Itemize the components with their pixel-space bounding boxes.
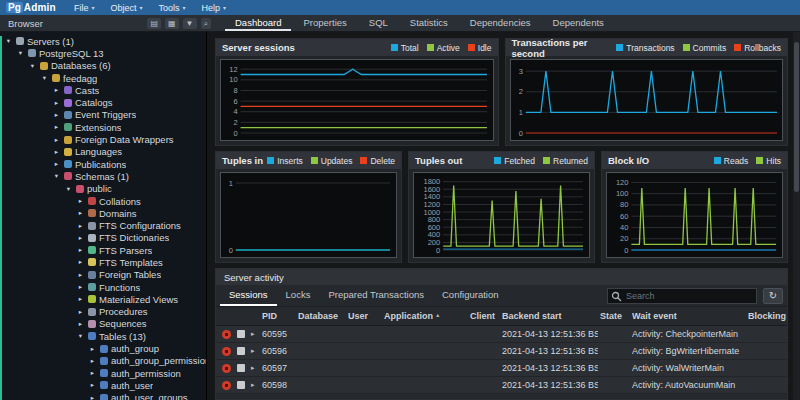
activity-tab-locks[interactable]: Locks: [277, 285, 320, 306]
tree-item-auth-group-permissions[interactable]: ▸auth_group_permissions: [0, 355, 206, 367]
tree-item-domains[interactable]: ▸Domains: [0, 207, 206, 219]
chevron-expanded-icon[interactable]: ▾: [40, 74, 49, 82]
chevron-collapsed-icon[interactable]: ▸: [88, 369, 97, 377]
chevron-expanded-icon[interactable]: ▾: [28, 62, 37, 70]
chevron-collapsed-icon[interactable]: ▸: [76, 234, 85, 242]
chevron-expanded-icon[interactable]: ▾: [76, 332, 85, 340]
session-row-60595[interactable]: ▸605952021-04-13 12:51:36 BSTActivity: C…: [216, 326, 787, 343]
tree-item-foreign-tables[interactable]: ▸Foreign Tables: [0, 269, 206, 281]
expand-row-icon[interactable]: ▸: [251, 347, 255, 355]
menu-object[interactable]: Object▾: [110, 3, 142, 13]
column-header-backend_start[interactable]: Backend start: [500, 311, 598, 321]
terminate-session-icon[interactable]: [237, 347, 245, 355]
chevron-collapsed-icon[interactable]: ▸: [76, 308, 85, 316]
chevron-collapsed-icon[interactable]: ▸: [52, 160, 61, 168]
tree-item-extensions[interactable]: ▸Extensions: [0, 121, 206, 133]
tree-item-catalogs[interactable]: ▸Catalogs: [0, 96, 206, 108]
tree-item-sequences[interactable]: ▸Sequences: [0, 318, 206, 330]
menu-help[interactable]: Help▾: [201, 3, 226, 13]
column-header-user[interactable]: User: [346, 311, 382, 321]
filter-icon[interactable]: ▼: [183, 18, 197, 29]
column-header-wait_event[interactable]: Wait event: [630, 311, 746, 321]
tree-item-materialized-views[interactable]: ▸Materialized Views: [0, 293, 206, 305]
session-row-60598[interactable]: ▸605982021-04-13 12:51:36 BSTActivity: A…: [216, 377, 787, 394]
tab-properties[interactable]: Properties: [293, 15, 356, 31]
terminate-session-icon[interactable]: [237, 330, 245, 338]
server-icon[interactable]: ▤: [147, 18, 161, 29]
tree-item-servers-1[interactable]: ▾Servers (1): [0, 35, 206, 47]
tree-item-schemas-1[interactable]: ▾Schemas (1): [0, 170, 206, 182]
tree-item-databases-6[interactable]: ▾Databases (6): [0, 60, 206, 72]
tree-item-public[interactable]: ▾public: [0, 183, 206, 195]
chevron-collapsed-icon[interactable]: ▸: [76, 320, 85, 328]
activity-tab-configuration[interactable]: Configuration: [433, 285, 508, 306]
session-row-60597[interactable]: ▸605972021-04-13 12:51:36 BSTActivity: W…: [216, 360, 787, 377]
chevron-collapsed-icon[interactable]: ▸: [76, 295, 85, 303]
tree-item-foreign-data-wrappers[interactable]: ▸Foreign Data Wrappers: [0, 133, 206, 145]
refresh-button[interactable]: ↻: [763, 288, 783, 304]
tree-item-postgresql-13[interactable]: ▾PostgreSQL 13: [0, 47, 206, 59]
tree-item-fts-dictionaries[interactable]: ▸FTS Dictionaries: [0, 232, 206, 244]
tree-item-event-triggers[interactable]: ▸Event Triggers: [0, 109, 206, 121]
chevron-collapsed-icon[interactable]: ▸: [76, 271, 85, 279]
tree-item-tables-13[interactable]: ▾Tables (13): [0, 330, 206, 342]
cancel-query-icon[interactable]: [222, 330, 231, 339]
tree-item-procedures[interactable]: ▸Procedures: [0, 306, 206, 318]
session-row-60596[interactable]: ▸605962021-04-13 12:51:36 BSTActivity: B…: [216, 343, 787, 360]
menu-tools[interactable]: Tools▾: [158, 3, 185, 13]
cancel-query-icon[interactable]: [222, 347, 231, 356]
chevron-expanded-icon[interactable]: ▾: [16, 49, 25, 57]
chevron-collapsed-icon[interactable]: ▸: [76, 222, 85, 230]
chevron-collapsed-icon[interactable]: ▸: [76, 283, 85, 291]
tab-dependencies[interactable]: Dependencies: [460, 15, 541, 31]
tree-item-fts-configurations[interactable]: ▸FTS Configurations: [0, 219, 206, 231]
menu-file[interactable]: File▾: [74, 3, 95, 13]
cancel-query-icon[interactable]: [222, 364, 231, 373]
tab-dependents[interactable]: Dependents: [543, 15, 614, 31]
grid-icon[interactable]: ▦: [165, 18, 179, 29]
chevron-collapsed-icon[interactable]: ▸: [76, 209, 85, 217]
tree-item-feedagg[interactable]: ▾feedagg: [0, 72, 206, 84]
chevron-collapsed-icon[interactable]: ▸: [76, 246, 85, 254]
search-icon[interactable]: ⌕: [201, 18, 211, 29]
chevron-collapsed-icon[interactable]: ▸: [52, 111, 61, 119]
chevron-collapsed-icon[interactable]: ▸: [52, 148, 61, 156]
chevron-collapsed-icon[interactable]: ▸: [76, 258, 85, 266]
expand-row-icon[interactable]: ▸: [251, 364, 255, 372]
tab-sql[interactable]: SQL: [359, 15, 398, 31]
column-header-blocking_pids[interactable]: Blocking PIDs: [746, 311, 787, 321]
chevron-collapsed-icon[interactable]: ▸: [88, 345, 97, 353]
chevron-expanded-icon[interactable]: ▾: [52, 172, 61, 180]
tree-item-auth-permission[interactable]: ▸auth_permission: [0, 367, 206, 379]
tab-statistics[interactable]: Statistics: [400, 15, 458, 31]
tree-item-publications[interactable]: ▸Publications: [0, 158, 206, 170]
tree-item-fts-parsers[interactable]: ▸FTS Parsers: [0, 244, 206, 256]
terminate-session-icon[interactable]: [237, 364, 245, 372]
tree-item-auth-user-groups[interactable]: ▸auth_user_groups: [0, 392, 206, 400]
chevron-collapsed-icon[interactable]: ▸: [88, 394, 97, 400]
activity-tab-sessions[interactable]: Sessions: [220, 285, 277, 306]
chevron-collapsed-icon[interactable]: ▸: [52, 123, 61, 131]
chevron-collapsed-icon[interactable]: ▸: [52, 99, 61, 107]
chevron-collapsed-icon[interactable]: ▸: [88, 381, 97, 389]
pgadmin-logo[interactable]: Pg Admin: [6, 2, 56, 13]
chevron-expanded-icon[interactable]: ▾: [64, 185, 73, 193]
chevron-collapsed-icon[interactable]: ▸: [76, 197, 85, 205]
tree-item-auth-user[interactable]: ▸auth_user: [0, 379, 206, 391]
tree-item-collations[interactable]: ▸Collations: [0, 195, 206, 207]
tree-item-fts-templates[interactable]: ▸FTS Templates: [0, 256, 206, 268]
column-header-pid[interactable]: PID: [260, 311, 296, 321]
chevron-collapsed-icon[interactable]: ▸: [88, 357, 97, 365]
cancel-query-icon[interactable]: [222, 381, 231, 390]
tree-item-auth-group[interactable]: ▸auth_group: [0, 342, 206, 354]
dashboard-scrollbar[interactable]: [793, 32, 800, 400]
scrollbar-thumb[interactable]: [794, 42, 799, 192]
tab-dashboard[interactable]: Dashboard: [225, 15, 291, 31]
tree-item-functions[interactable]: ▸Functions: [0, 281, 206, 293]
chevron-expanded-icon[interactable]: ▾: [4, 37, 13, 45]
chevron-collapsed-icon[interactable]: ▸: [52, 86, 61, 94]
activity-tab-prepared-transactions[interactable]: Prepared Transactions: [319, 285, 433, 306]
column-header-client[interactable]: Client: [468, 311, 500, 321]
column-header-state[interactable]: State: [598, 311, 630, 321]
column-header-application[interactable]: Application▲: [382, 311, 468, 321]
